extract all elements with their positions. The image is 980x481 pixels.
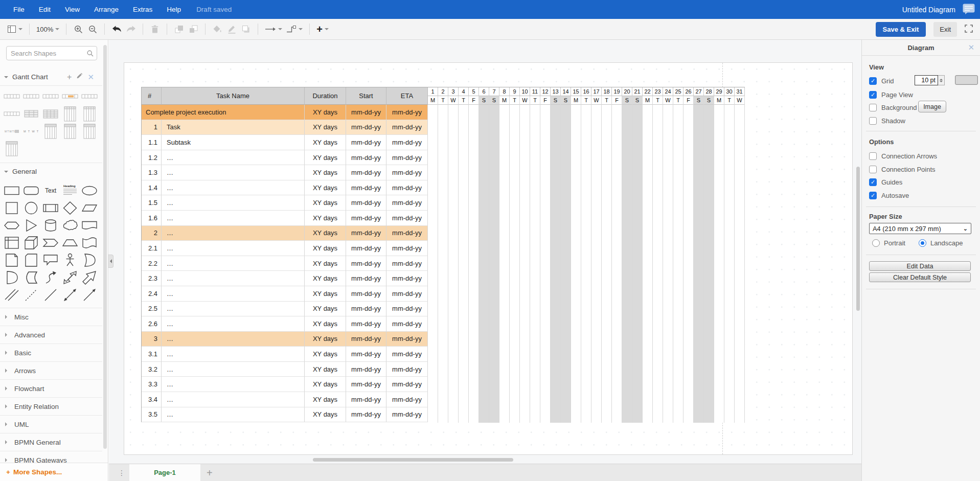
save-and-exit-button[interactable]: Save & Exit: [876, 22, 926, 37]
menu-help[interactable]: Help: [159, 0, 188, 19]
shape-rounded-rectangle[interactable]: [21, 182, 41, 199]
horizontal-scrollbar[interactable]: [313, 458, 513, 462]
add-shapes-icon[interactable]: +: [67, 73, 72, 82]
menu-edit[interactable]: Edit: [32, 0, 58, 19]
gantt-task-row[interactable]: 3.5…XY daysmm-dd-yymm-dd-yy: [142, 407, 428, 423]
shape-bidirectional-arrow[interactable]: [60, 269, 80, 286]
add-page-icon[interactable]: +: [207, 468, 213, 478]
paper-size-select[interactable]: A4 (210 mm x 297 mm) ⌄: [869, 223, 971, 234]
connection-points-checkbox[interactable]: [869, 166, 877, 173]
delete-button[interactable]: [148, 21, 162, 37]
connection-style-button[interactable]: [263, 21, 284, 37]
line-color-button[interactable]: [224, 21, 239, 37]
gantt-shape-strip[interactable]: [2, 88, 21, 105]
menu-file[interactable]: File: [6, 0, 32, 19]
fill-color-button[interactable]: [210, 21, 224, 37]
exit-button[interactable]: Exit: [933, 22, 957, 37]
gantt-shape-cols-hdr[interactable]: [2, 140, 21, 157]
shape-tape[interactable]: [80, 234, 99, 251]
shape-triangle[interactable]: [21, 217, 41, 234]
shape-line[interactable]: [41, 286, 60, 304]
shape-square[interactable]: [2, 199, 21, 217]
to-back-button[interactable]: [186, 21, 200, 37]
insert-button[interactable]: +: [314, 21, 331, 37]
search-shapes-input[interactable]: [6, 46, 97, 60]
sidebar-section-bpmn-general[interactable]: BPMN General: [0, 433, 102, 451]
shape-ellipse[interactable]: [80, 182, 99, 199]
to-front-button[interactable]: [172, 21, 186, 37]
grid-size-stepper[interactable]: [938, 75, 945, 85]
shape-double-line[interactable]: [2, 286, 21, 304]
sidebar-section-flowchart[interactable]: Flowchart: [0, 379, 102, 397]
shape-bidirectional-connector[interactable]: [60, 286, 80, 304]
gantt-task-row[interactable]: 2.1…XY daysmm-dd-yymm-dd-yy: [142, 241, 428, 256]
landscape-radio[interactable]: [919, 239, 926, 247]
comments-icon[interactable]: [963, 4, 975, 16]
autosave-checkbox[interactable]: ✓: [869, 192, 877, 199]
gantt-shape-table-md[interactable]: [41, 105, 60, 123]
portrait-radio[interactable]: [872, 239, 880, 247]
gantt-task-row[interactable]: 1.6…XY daysmm-dd-yymm-dd-yy: [142, 211, 428, 226]
gantt-task-row[interactable]: 1TaskXY daysmm-dd-yymm-dd-yy: [142, 120, 428, 135]
sidebar-section-bpmn-gateways[interactable]: BPMN Gateways: [0, 451, 102, 464]
undo-button[interactable]: [109, 21, 124, 37]
gantt-task-row[interactable]: 1.1SubtaskXY daysmm-dd-yymm-dd-yy: [142, 135, 428, 150]
gantt-shape-cols[interactable]: [80, 105, 99, 123]
gantt-task-row[interactable]: 3.2…XY daysmm-dd-yymm-dd-yy: [142, 362, 428, 377]
page-view-menu-button[interactable]: [5, 21, 25, 37]
gantt-task-row[interactable]: Complete project executionXY daysmm-dd-y…: [142, 105, 428, 120]
shape-and[interactable]: [2, 269, 21, 286]
sidebar-section-advanced[interactable]: Advanced: [0, 326, 102, 343]
menu-extras[interactable]: Extras: [126, 0, 159, 19]
gantt-task-row[interactable]: 1.5…XY daysmm-dd-yymm-dd-yy: [142, 195, 428, 211]
shape-parallelogram[interactable]: [80, 199, 99, 217]
zoom-out-button[interactable]: [85, 21, 100, 37]
sidebar-section-arrows[interactable]: Arrows: [0, 361, 102, 379]
close-icon[interactable]: ✕: [968, 43, 974, 51]
shadow-button[interactable]: [239, 21, 253, 37]
gantt-task-row[interactable]: 1.3…XY daysmm-dd-yymm-dd-yy: [142, 165, 428, 180]
background-checkbox[interactable]: [869, 104, 877, 111]
fullscreen-icon[interactable]: [965, 25, 973, 35]
gantt-chart-section-header[interactable]: Gantt Chart + ✕: [0, 68, 102, 86]
close-icon[interactable]: ✕: [87, 73, 94, 82]
shape-directional-connector[interactable]: [80, 286, 99, 304]
waypoint-style-button[interactable]: [284, 21, 305, 37]
shape-cube[interactable]: [21, 234, 41, 251]
gantt-task-row[interactable]: 3…XY daysmm-dd-yymm-dd-yy: [142, 332, 428, 347]
gantt-task-row[interactable]: 1.4…XY daysmm-dd-yymm-dd-yy: [142, 180, 428, 196]
shape-dashed-line[interactable]: [21, 286, 41, 304]
edit-icon[interactable]: [76, 73, 83, 81]
more-shapes-button[interactable]: + More Shapes...: [0, 463, 108, 481]
shape-diamond[interactable]: [60, 199, 80, 217]
zoom-level-button[interactable]: 100%: [34, 21, 61, 37]
gantt-shape-mtwtf[interactable]: M T W T F: [21, 123, 41, 140]
gantt-shape-cols-hdr[interactable]: [60, 123, 80, 140]
gantt-shape-mtwtf-sm[interactable]: MTWTF: [2, 123, 21, 140]
connection-arrows-checkbox[interactable]: [869, 152, 877, 160]
shape-actor[interactable]: [60, 251, 80, 269]
gantt-shape-cols-hdr[interactable]: [41, 123, 60, 140]
gantt-task-row[interactable]: 2.3…XY daysmm-dd-yymm-dd-yy: [142, 271, 428, 286]
shape-document[interactable]: [80, 217, 99, 234]
background-image-button[interactable]: Image: [918, 101, 946, 112]
diagram-canvas[interactable]: #Task NameDurationStartETA Complete proj…: [109, 40, 861, 464]
gantt-shape-strip[interactable]: [41, 88, 60, 105]
redo-button[interactable]: [124, 21, 138, 37]
gantt-task-row[interactable]: 2…XY daysmm-dd-yymm-dd-yy: [142, 226, 428, 241]
sidebar-section-misc[interactable]: Misc: [0, 308, 102, 326]
gantt-shape-table-sm[interactable]: [21, 105, 41, 123]
gantt-shape-strip[interactable]: [21, 88, 41, 105]
grid-checkbox[interactable]: ✓: [869, 77, 877, 85]
shape-cloud[interactable]: [60, 217, 80, 234]
shadow-checkbox[interactable]: [869, 117, 877, 125]
gantt-task-row[interactable]: 1.2…XY daysmm-dd-yymm-dd-yy: [142, 150, 428, 166]
general-section-header[interactable]: General: [0, 163, 102, 180]
clear-default-style-button[interactable]: Clear Default Style: [869, 272, 971, 282]
shape-callout[interactable]: [41, 251, 60, 269]
gantt-task-row[interactable]: 3.3…XY daysmm-dd-yymm-dd-yy: [142, 377, 428, 392]
shape-textbox[interactable]: Heading: [60, 182, 80, 199]
shape-trapezoid[interactable]: [60, 234, 80, 251]
gantt-task-row[interactable]: 3.1…XY daysmm-dd-yymm-dd-yy: [142, 347, 428, 362]
menu-arrange[interactable]: Arrange: [87, 0, 126, 19]
